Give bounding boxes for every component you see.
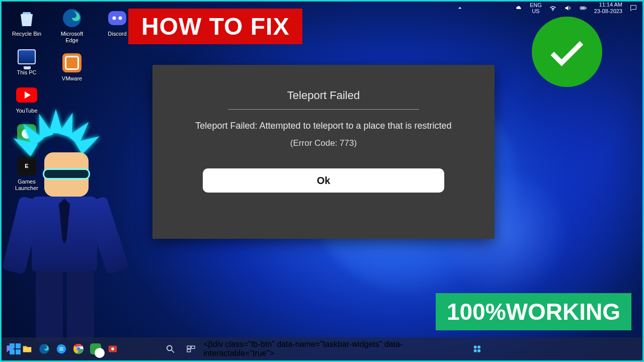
svg-point-6 bbox=[119, 17, 122, 20]
desktop-icon-edge[interactable]: Microsoft Edge bbox=[54, 8, 90, 43]
icon-label: Microsoft Edge bbox=[54, 31, 90, 43]
banner-how-to-fix: HOW TO FIX bbox=[128, 9, 302, 44]
svg-rect-10 bbox=[191, 346, 195, 348]
record-icon bbox=[107, 343, 118, 354]
youtube-icon bbox=[16, 84, 37, 106]
dialog-error-code: (Error Code: 773) bbox=[290, 138, 357, 148]
battery-icon[interactable] bbox=[579, 4, 587, 12]
dialog-divider bbox=[228, 109, 419, 110]
taskbar-pinned: <βdiv class="tb-btn" data-name="taskbar-… bbox=[162, 340, 482, 358]
desktop-icon-recycle-bin[interactable]: Recycle Bin bbox=[9, 8, 45, 37]
task-view-icon bbox=[186, 344, 196, 354]
lang-top: ENG bbox=[530, 2, 542, 8]
success-check-badge bbox=[532, 17, 602, 87]
wifi-icon[interactable] bbox=[549, 4, 557, 12]
svg-rect-14 bbox=[474, 349, 477, 352]
icon-label: This PC bbox=[17, 69, 36, 76]
taskbar-screenrec[interactable] bbox=[104, 340, 121, 357]
svg-rect-15 bbox=[477, 349, 480, 352]
windows-logo-icon bbox=[10, 343, 21, 354]
svg-rect-12 bbox=[474, 345, 477, 348]
error-dialog: Teleport Failed Teleport Failed: Attempt… bbox=[152, 65, 495, 239]
check-icon bbox=[545, 30, 589, 73]
svg-rect-13 bbox=[477, 345, 480, 348]
system-tray: ENG US 11:14 AM 23-08-2023 bbox=[515, 2, 637, 14]
taskbar-edge[interactable] bbox=[36, 340, 53, 357]
chrome-icon bbox=[73, 343, 84, 354]
dialog-title: Teleport Failed bbox=[287, 89, 360, 102]
svg-rect-11 bbox=[187, 349, 191, 352]
edge-icon bbox=[61, 8, 83, 29]
widgets-icon bbox=[472, 344, 482, 354]
chevron-up-icon bbox=[456, 5, 463, 12]
language-indicator[interactable]: ENG US bbox=[530, 2, 542, 14]
volume-icon[interactable] bbox=[564, 4, 572, 12]
taskbar-task-view[interactable] bbox=[183, 340, 199, 357]
onedrive-icon[interactable] bbox=[515, 4, 523, 12]
svg-point-19 bbox=[76, 347, 80, 351]
taskbar: <βdiv class="tb-btn" data-name="taskbar-… bbox=[2, 337, 642, 360]
svg-point-7 bbox=[167, 345, 172, 350]
desktop: Recycle Bin This PC YouTube E Games Laun… bbox=[0, 0, 644, 362]
vmware-icon bbox=[61, 52, 83, 73]
taskbar-search[interactable] bbox=[162, 340, 179, 357]
desktop-icon-this-pc[interactable]: This PC bbox=[9, 46, 45, 76]
ok-button[interactable]: Ok bbox=[203, 168, 444, 193]
svg-rect-9 bbox=[187, 346, 191, 348]
icon-label: Recycle Bin bbox=[12, 31, 41, 37]
svg-rect-24 bbox=[586, 7, 586, 9]
tray-overflow-chevron[interactable] bbox=[453, 2, 466, 15]
svg-point-17 bbox=[57, 344, 66, 353]
icon-label: VMware bbox=[62, 75, 82, 82]
search-icon bbox=[165, 344, 175, 354]
clock-date: 23-08-2023 bbox=[594, 8, 622, 15]
svg-line-8 bbox=[172, 350, 174, 353]
notifications-icon[interactable] bbox=[629, 4, 637, 12]
svg-point-21 bbox=[111, 347, 114, 350]
svg-rect-23 bbox=[581, 7, 585, 9]
edge-icon bbox=[39, 343, 50, 354]
desktop-icon-youtube[interactable]: YouTube bbox=[9, 84, 45, 114]
this-pc-icon bbox=[16, 46, 37, 67]
desktop-icon-vmware[interactable]: VMware bbox=[54, 52, 90, 82]
taskbar-copilot[interactable] bbox=[53, 340, 70, 357]
roblox-character-art bbox=[0, 122, 117, 338]
icon-label: Discord bbox=[108, 31, 126, 37]
camtasia-icon bbox=[90, 343, 101, 354]
svg-rect-4 bbox=[108, 11, 126, 25]
discord-icon bbox=[107, 8, 128, 29]
copilot-icon bbox=[56, 343, 67, 354]
banner-working: 100%WORKING bbox=[436, 293, 631, 330]
clock[interactable]: 11:14 AM 23-08-2023 bbox=[594, 2, 622, 14]
dialog-message: Teleport Failed: Attempted to teleport t… bbox=[195, 121, 451, 131]
lang-bottom: US bbox=[530, 8, 542, 14]
taskbar-camtasia[interactable] bbox=[87, 340, 104, 357]
icon-label: YouTube bbox=[16, 108, 37, 114]
clock-time: 11:14 AM bbox=[594, 2, 622, 8]
taskbar-chrome[interactable] bbox=[70, 340, 87, 357]
svg-point-5 bbox=[113, 17, 116, 20]
recycle-bin-icon bbox=[16, 8, 37, 29]
start-button[interactable] bbox=[7, 340, 24, 357]
